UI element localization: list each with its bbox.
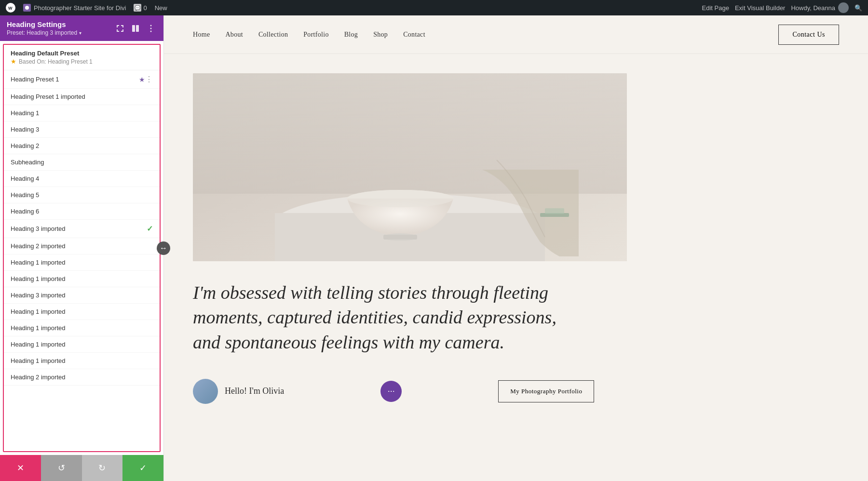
preset-label: Heading 1 imported [11, 308, 153, 315]
admin-bar: W Photographer Starter Site for Divi 💬 0… [0, 0, 868, 15]
list-item[interactable]: Heading 1 imported [4, 336, 160, 353]
author-name: Hello! I'm Olivia [225, 386, 284, 396]
list-item[interactable]: Heading Preset 1 imported [4, 89, 160, 105]
nav-about[interactable]: About [225, 31, 243, 39]
nav-links: Home About Collection Portfolio Blog Sho… [193, 31, 425, 39]
undo-button[interactable]: ↺ [41, 455, 82, 481]
redo-button[interactable]: ↻ [82, 455, 123, 481]
preset-label: Heading 1 imported [11, 357, 153, 364]
preset-label: Subheading [11, 159, 153, 166]
star-icon: ★ [11, 58, 16, 65]
portfolio-button[interactable]: My Photography Portfolio [498, 380, 594, 402]
drag-handle[interactable]: ↔ [157, 241, 170, 255]
columns-icon[interactable] [130, 23, 141, 34]
preset-label: Heading Preset 1 imported [11, 93, 153, 100]
confirm-button[interactable]: ✓ [122, 455, 163, 481]
preset-label: Heading 2 [11, 142, 153, 149]
svg-point-5 [150, 25, 152, 26]
more-button[interactable]: ··· [380, 381, 402, 402]
list-item[interactable]: Heading 2 imported [4, 369, 160, 386]
nav-shop[interactable]: Shop [373, 31, 388, 39]
list-item[interactable]: Subheading [4, 154, 160, 171]
preset-label: Heading 2 imported [11, 374, 153, 381]
preset-label: Heading 1 imported [11, 275, 153, 282]
preset-item-default[interactable]: Heading Default Preset ★ Based On: Headi… [4, 45, 160, 70]
svg-rect-17 [545, 208, 564, 214]
admin-avatar [838, 2, 849, 13]
author-row: Hello! I'm Olivia ··· My Photography Por… [164, 369, 868, 414]
svg-rect-3 [132, 25, 135, 32]
nav-contact[interactable]: Contact [403, 31, 425, 39]
default-preset-title: Heading Default Preset [11, 50, 153, 57]
sidebar-header: Heading Settings Preset: Heading 3 impor… [0, 15, 163, 41]
search-icon[interactable]: 🔍 [854, 4, 862, 12]
hero-section [164, 54, 868, 261]
list-item-active[interactable]: Heading 3 imported ✓ [4, 220, 160, 238]
list-item[interactable]: Heading 1 imported [4, 271, 160, 287]
svg-point-2 [25, 6, 29, 10]
nav-blog[interactable]: Blog [344, 31, 358, 39]
list-item[interactable]: Heading 1 [4, 105, 160, 121]
admin-new[interactable]: New [155, 4, 167, 12]
preset-list: Heading Preset 1 ★ ⋮ Heading Preset 1 im… [4, 70, 160, 386]
website-nav: Home About Collection Portfolio Blog Sho… [164, 15, 868, 54]
star-icon: ★ [139, 76, 145, 83]
list-item[interactable]: Heading 2 [4, 138, 160, 154]
contact-us-button[interactable]: Contact Us [778, 25, 839, 45]
edit-page-link[interactable]: Edit Page [702, 4, 729, 12]
admin-howdy: Howdy, Deanna [791, 2, 849, 13]
admin-comments[interactable]: 💬 0 [134, 4, 147, 12]
exit-builder-link[interactable]: Exit Visual Builder [735, 4, 786, 12]
list-item[interactable]: Heading 6 [4, 203, 160, 220]
main-layout: Heading Settings Preset: Heading 3 impor… [0, 15, 868, 481]
chevron-down-icon: ▾ [79, 30, 81, 36]
heading-settings-sidebar: Heading Settings Preset: Heading 3 impor… [0, 15, 164, 481]
sidebar-toolbar: ✕ ↺ ↻ ✓ [0, 455, 163, 481]
sidebar-title: Heading Settings [7, 20, 81, 28]
nav-collection[interactable]: Collection [258, 31, 288, 39]
sidebar-preset-label[interactable]: Preset: Heading 3 imported ▾ [7, 29, 81, 36]
preset-label: Heading 3 imported [11, 292, 153, 299]
preset-list-wrapper[interactable]: Heading Default Preset ★ Based On: Headi… [3, 44, 161, 452]
nav-portfolio[interactable]: Portfolio [303, 31, 328, 39]
preset-label: Heading 4 [11, 175, 153, 182]
cancel-button[interactable]: ✕ [0, 455, 41, 481]
list-item[interactable]: Heading 5 [4, 187, 160, 203]
nav-home[interactable]: Home [193, 31, 210, 39]
list-item[interactable]: Heading 1 imported [4, 254, 160, 271]
comment-bubble: 💬 [134, 4, 141, 12]
list-item[interactable]: Heading 2 imported [4, 238, 160, 254]
admin-bar-right: Edit Page Exit Visual Builder Howdy, Dea… [702, 2, 862, 13]
more-options-icon[interactable]: ⋮ [145, 75, 153, 84]
wp-logo[interactable]: W [6, 3, 15, 13]
list-item[interactable]: Heading 1 imported [4, 320, 160, 336]
admin-site-name[interactable]: Photographer Starter Site for Divi [23, 4, 126, 12]
svg-point-13 [347, 190, 453, 207]
svg-rect-15 [383, 235, 417, 240]
list-item[interactable]: Heading 3 imported [4, 287, 160, 304]
list-item[interactable]: Heading 3 [4, 121, 160, 138]
default-preset-sub: ★ Based On: Heading Preset 1 [11, 58, 153, 65]
svg-text:W: W [8, 6, 13, 11]
list-item[interactable]: Heading 4 [4, 171, 160, 187]
more-options-icon[interactable] [145, 23, 157, 34]
site-icon [23, 4, 31, 12]
hero-image-placeholder [193, 73, 627, 261]
sidebar-header-text: Heading Settings Preset: Heading 3 impor… [7, 20, 81, 36]
hero-image [193, 73, 627, 261]
preset-label: Heading 3 [11, 126, 153, 133]
author-avatar [193, 379, 218, 404]
fullscreen-icon[interactable] [114, 23, 126, 34]
list-item[interactable]: Heading Preset 1 ★ ⋮ [4, 70, 160, 89]
preset-label: Heading 6 [11, 208, 153, 215]
preset-label: Heading 3 imported [11, 225, 147, 232]
svg-point-7 [150, 30, 152, 32]
preset-label: Heading 1 [11, 109, 153, 117]
author-info: Hello! I'm Olivia [193, 379, 284, 404]
svg-point-6 [150, 27, 152, 29]
list-item[interactable]: Heading 1 imported [4, 353, 160, 369]
preset-label: Heading 1 imported [11, 259, 153, 266]
list-item[interactable]: Heading 1 imported [4, 304, 160, 320]
drag-circle-icon: ↔ [157, 241, 170, 255]
text-section: I'm obsessed with telling stories throug… [164, 261, 868, 369]
